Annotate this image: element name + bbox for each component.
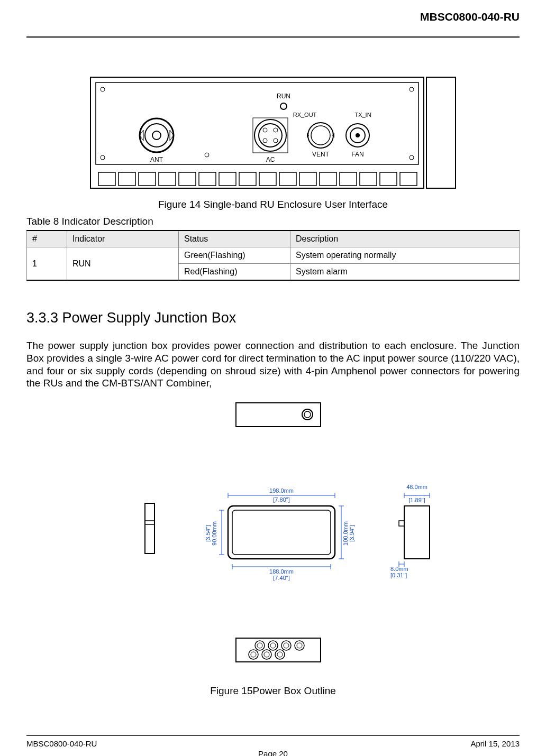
svg-point-83 [264, 652, 269, 657]
cell-indicator: RUN [67, 247, 179, 281]
svg-rect-35 [279, 172, 296, 186]
th-description: Description [290, 231, 520, 247]
svg-point-19 [274, 139, 278, 143]
footer-page-number: Page 20 [26, 749, 520, 756]
svg-point-73 [281, 641, 291, 650]
svg-point-13 [205, 153, 209, 157]
svg-rect-20 [253, 118, 288, 153]
header-divider [26, 36, 520, 38]
cell-status: Green(Flashing) [179, 247, 290, 264]
dim-left-in: [3.54"] [205, 525, 211, 541]
svg-point-44 [304, 411, 311, 418]
dim-side-in: [1.89"] [408, 497, 425, 503]
tx-in-label: TX_IN [354, 112, 371, 118]
svg-rect-45 [145, 503, 154, 554]
cell-description: System operating normally [290, 247, 520, 264]
svg-point-82 [251, 652, 256, 657]
ac-label: AC [266, 156, 275, 163]
figure-14-container: RUN RX_OUT TX_IN ANT AC [26, 75, 520, 196]
dim-side-mm: 48.0mm [406, 484, 427, 490]
dim-top-mm: 198.0mm [269, 487, 294, 494]
svg-rect-31 [199, 172, 216, 186]
svg-point-43 [302, 409, 313, 420]
svg-point-78 [257, 643, 262, 648]
svg-rect-32 [219, 172, 236, 186]
svg-rect-51 [228, 506, 335, 559]
svg-point-77 [275, 650, 285, 659]
svg-rect-62 [404, 506, 430, 559]
svg-point-5 [101, 155, 105, 160]
indicator-table: # Indicator Status Description 1 RUN Gre… [26, 230, 520, 281]
svg-rect-52 [232, 510, 331, 555]
svg-point-6 [410, 155, 414, 160]
svg-point-74 [295, 641, 304, 650]
svg-point-25 [356, 133, 360, 137]
svg-rect-29 [159, 172, 176, 186]
svg-rect-39 [360, 172, 377, 186]
svg-rect-41 [400, 172, 417, 186]
doc-header-id: MBSC0800-040-RU [26, 11, 520, 23]
svg-rect-28 [139, 172, 156, 186]
svg-rect-63 [399, 521, 404, 526]
svg-rect-30 [179, 172, 196, 186]
svg-point-84 [277, 652, 283, 657]
table-8-caption: Table 8 Indicator Description [26, 216, 520, 227]
svg-point-71 [255, 641, 265, 650]
ru-enclosure-diagram: RUN RX_OUT TX_IN ANT AC [88, 75, 458, 196]
dim-bottom-mm: 188.0mm [269, 568, 294, 575]
ant-label: ANT [150, 156, 163, 163]
svg-point-16 [263, 128, 267, 132]
dim-top-in: [7.80"] [273, 496, 289, 503]
svg-point-72 [268, 641, 278, 650]
figure-15-container: 198.0mm [7.80"] 188.0mm [7.40"] 90.00mm … [26, 400, 520, 697]
footer-date: April 15, 2013 [470, 739, 520, 748]
svg-point-18 [263, 139, 267, 143]
svg-rect-40 [380, 172, 397, 186]
svg-point-15 [259, 124, 282, 147]
section-3-3-3-paragraph: The power supply junction box provides p… [26, 339, 520, 390]
svg-point-4 [410, 87, 414, 91]
fan-label: FAN [351, 151, 363, 158]
svg-point-76 [262, 650, 271, 659]
th-status: Status [179, 231, 290, 247]
run-label: RUN [277, 93, 290, 100]
cell-num: 1 [27, 247, 67, 281]
th-num: # [27, 231, 67, 247]
cell-description: System alarm [290, 264, 520, 281]
svg-rect-36 [299, 172, 316, 186]
footer-doc-id: MBSC0800-040-RU [26, 739, 97, 748]
svg-rect-26 [98, 172, 115, 186]
svg-point-7 [280, 103, 287, 109]
svg-point-10 [152, 131, 161, 140]
figure-14-caption: Figure 14 Single-band RU Enclosure User … [26, 199, 520, 210]
dim-right-mm: 100.0mm [342, 521, 349, 546]
svg-rect-27 [119, 172, 135, 186]
dim-gap-in: [0.31"] [390, 572, 407, 578]
svg-point-79 [270, 643, 276, 648]
vent-label: VENT [312, 151, 330, 158]
svg-point-75 [249, 650, 258, 659]
power-box-outline-diagram: 198.0mm [7.80"] 188.0mm [7.40"] 90.00mm … [88, 400, 458, 680]
table-row: 1 RUN Green(Flashing) System operating n… [27, 247, 520, 264]
rx-out-label: RX_OUT [293, 112, 317, 118]
svg-point-80 [284, 643, 289, 648]
svg-point-17 [274, 128, 278, 132]
dim-right-in: [3.94"] [349, 525, 355, 541]
dim-bottom-in: [7.40"] [273, 575, 289, 581]
svg-rect-1 [426, 77, 456, 188]
svg-rect-42 [236, 403, 321, 427]
page-footer: MBSC0800-040-RU April 15, 2013 Page 20 [26, 735, 520, 748]
dim-left-mm: 90.00mm [211, 521, 217, 546]
svg-point-3 [101, 87, 105, 91]
svg-point-22 [311, 126, 330, 145]
svg-point-21 [308, 123, 333, 148]
svg-rect-33 [239, 172, 256, 186]
section-3-3-3-heading: 3.3.3 Power Supply Junction Box [26, 310, 520, 326]
svg-point-9 [145, 124, 168, 147]
figure-15-caption: Figure 15Power Box Outline [26, 685, 520, 697]
svg-point-81 [297, 643, 302, 648]
dim-gap-mm: 8.0mm [390, 566, 408, 572]
svg-rect-38 [340, 172, 357, 186]
cell-status: Red(Flashing) [179, 264, 290, 281]
svg-rect-37 [320, 172, 336, 186]
